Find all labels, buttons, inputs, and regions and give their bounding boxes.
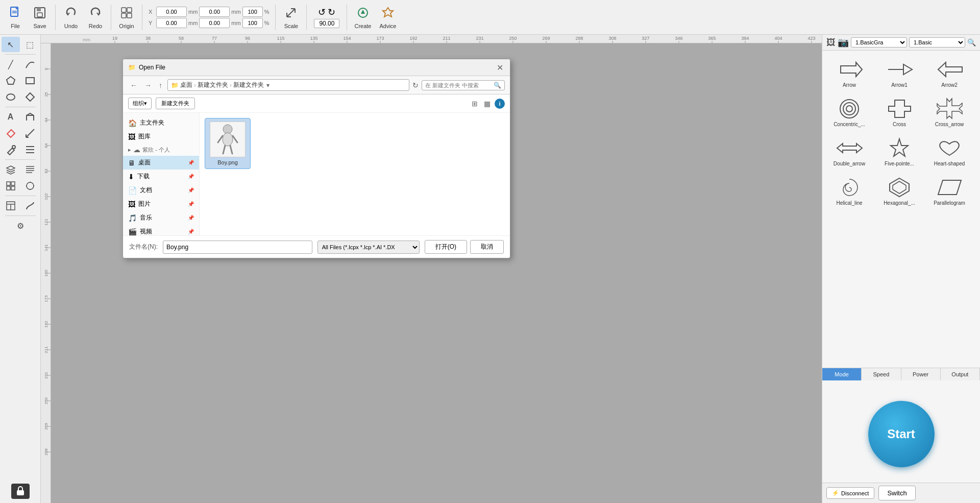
shape-cross-arrow[interactable]: Cross_arrow <box>926 94 972 129</box>
layers-tool[interactable] <box>2 162 20 177</box>
line-tool[interactable]: ╱ <box>2 57 20 72</box>
sidebar-item-desktop[interactable]: 🖥 桌面 📌 <box>123 156 199 170</box>
table-tool[interactable] <box>2 198 20 213</box>
x-input[interactable] <box>156 7 187 17</box>
undo-button[interactable]: Undo <box>60 5 82 30</box>
advice-button[interactable]: Advice <box>376 5 399 30</box>
ellipse-tool[interactable] <box>2 89 20 105</box>
breadcrumb-desktop[interactable]: 桌面 <box>180 81 192 89</box>
rotate-tool[interactable] <box>21 162 39 177</box>
shape-arrow2[interactable]: Arrow2 <box>926 55 972 90</box>
shape-double-arrow[interactable]: Double_arrow <box>826 133 872 169</box>
right-search-button[interactable]: 🔍 <box>967 38 976 46</box>
svg-rect-37 <box>11 182 15 185</box>
shape-hexagonal[interactable]: Hexagonal_... <box>876 173 922 208</box>
select-tool[interactable]: ↖ <box>2 37 20 52</box>
sidebar-item-downloads[interactable]: ⬇ 下载 📌 <box>123 170 199 183</box>
y-size-input[interactable] <box>199 18 230 28</box>
nav-up-button[interactable]: ↑ <box>157 80 164 90</box>
right-dropdown-1[interactable]: 1.BasicGra <box>851 37 907 47</box>
right-dropdown-2[interactable]: 1.Basic <box>909 37 965 47</box>
text-tool[interactable]: A <box>2 109 20 125</box>
shape-arrow[interactable]: Arrow <box>826 55 872 90</box>
redo-button[interactable]: Redo <box>84 5 107 30</box>
view-list-button[interactable]: ▦ <box>482 99 493 109</box>
shape-concentric[interactable]: Concentric_... <box>826 94 872 129</box>
file-button[interactable]: File <box>4 5 27 30</box>
shape-cross[interactable]: Cross <box>876 94 922 129</box>
rotate-value-input[interactable] <box>314 19 339 28</box>
nav-search-icon[interactable]: 🔍 <box>494 82 501 89</box>
filename-input[interactable] <box>163 241 312 254</box>
shape-helical[interactable]: Helical_line <box>826 173 872 208</box>
create-button[interactable]: Create <box>351 5 374 30</box>
snap-tool[interactable] <box>21 178 39 194</box>
disconnect-button[interactable]: ⚡ Disconnect <box>826 487 874 499</box>
save-button[interactable]: Save <box>29 5 51 30</box>
paint-tool[interactable] <box>2 142 20 157</box>
sidebar-item-documents[interactable]: 📄 文档 📌 <box>123 183 199 197</box>
save-icon <box>33 6 47 22</box>
dialog-footer: 文件名(N): All Files (*.lcpx *.lcp *.AI *.D… <box>123 235 510 258</box>
nav-back-button[interactable]: ← <box>128 80 139 90</box>
rotate-ccw-button[interactable]: ↺ <box>318 7 326 18</box>
curve-tool[interactable] <box>21 57 39 72</box>
tab-output[interactable]: Output <box>941 368 980 380</box>
breadcrumb-folder2[interactable]: 新建文件夹 <box>233 81 264 89</box>
tab-speed[interactable]: Speed <box>862 368 901 380</box>
y-pct-input[interactable] <box>242 18 263 28</box>
shape-arrow1[interactable]: Arrow1 <box>876 55 922 90</box>
sidebar-item-pictures[interactable]: 🖼 图片 📌 <box>123 197 199 211</box>
right-image-icon[interactable]: 🖼 <box>826 37 836 48</box>
rotate-cw-button[interactable]: ↻ <box>328 7 335 18</box>
lock-button[interactable] <box>11 484 30 499</box>
sidebar-item-home[interactable]: 🏠 主文件夹 <box>123 116 199 130</box>
svg-text:192: 192 <box>409 36 417 41</box>
eraser-tool[interactable] <box>2 126 20 141</box>
nav-forward-button[interactable]: → <box>142 80 154 90</box>
cancel-button[interactable]: 取消 <box>470 240 504 254</box>
dialog-close-button[interactable]: ✕ <box>495 62 505 73</box>
sidebar-item-videos[interactable]: 🎬 视频 📌 <box>123 225 199 235</box>
info-button[interactable]: i <box>495 99 505 109</box>
filetype-select[interactable]: All Files (*.lcpx *.lcp *.AI *.DX <box>317 241 420 254</box>
shape-five-pointed[interactable]: Five-pointe... <box>876 133 922 169</box>
start-button[interactable]: Start <box>868 401 935 467</box>
path-tool[interactable] <box>21 198 39 213</box>
gear-tool[interactable]: ⚙ <box>11 218 30 233</box>
rect-tool[interactable] <box>21 73 39 88</box>
dialog-content[interactable]: Boy.png <box>200 113 510 235</box>
origin-button[interactable]: Origin <box>115 5 138 30</box>
music-pin-icon: 📌 <box>188 215 194 221</box>
breadcrumb-folder1[interactable]: 新建文件夹 <box>198 81 228 89</box>
sidebar-item-music[interactable]: 🎵 音乐 📌 <box>123 211 199 225</box>
organize-button[interactable]: 组织▾ <box>128 98 152 109</box>
x-size-input[interactable] <box>199 7 230 17</box>
breadcrumb-dropdown[interactable]: ▾ <box>265 82 271 89</box>
tab-power[interactable]: Power <box>901 368 941 380</box>
nav-search-input[interactable] <box>425 82 492 88</box>
main-canvas[interactable]: 📁 Open File ✕ ← → ↑ 📁 桌面 <box>51 43 822 503</box>
measure-tool[interactable] <box>21 126 39 141</box>
y-input[interactable] <box>156 18 187 28</box>
sidebar-item-gallery[interactable]: 🖼 图库 <box>123 130 199 143</box>
align-tool[interactable] <box>21 142 39 157</box>
crop-tool[interactable]: ⬚ <box>21 37 39 52</box>
sidebar-group-cloud[interactable]: ▸ ☁ 紫欣 - 个人 <box>123 143 199 156</box>
diamond-tool[interactable] <box>21 89 39 105</box>
tab-mode[interactable]: Mode <box>822 368 862 380</box>
polygon-tool[interactable] <box>2 73 20 88</box>
shape-heart[interactable]: Heart-shaped <box>926 133 972 169</box>
open-button[interactable]: 打开(O) <box>425 240 467 254</box>
x-pct-input[interactable] <box>242 7 263 17</box>
right-camera-icon[interactable]: 📷 <box>838 37 849 48</box>
new-folder-button[interactable]: 新建文件夹 <box>156 98 195 109</box>
file-item-boy-png[interactable]: Boy.png <box>205 118 251 169</box>
scale-button[interactable]: Scale <box>280 5 302 30</box>
view-small-icon-button[interactable]: ⊞ <box>470 99 480 109</box>
shape-parallelogram[interactable]: Parallelogram <box>926 173 972 208</box>
switch-button[interactable]: Switch <box>878 486 915 500</box>
node-tool[interactable] <box>21 109 39 125</box>
nav-refresh-button[interactable]: ↻ <box>412 81 419 89</box>
grid-tool[interactable] <box>2 178 20 194</box>
